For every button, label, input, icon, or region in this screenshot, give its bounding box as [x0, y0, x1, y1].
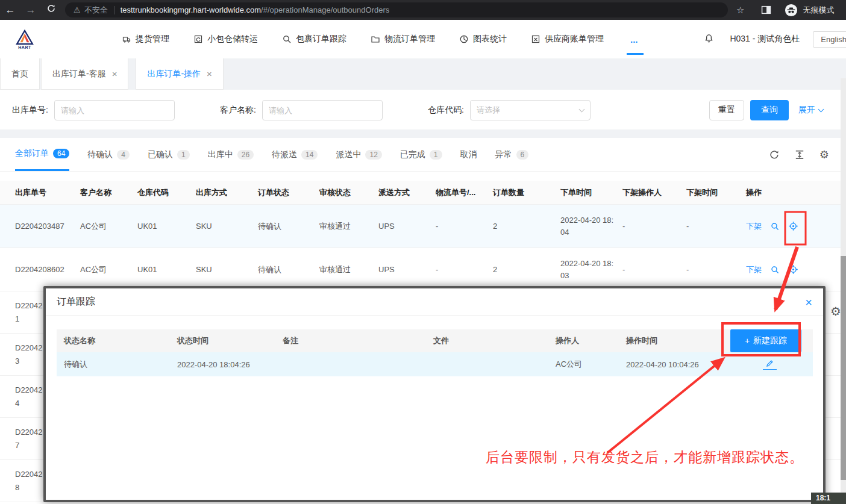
order-tracking-modal: 订单跟踪 × 状态名称 状态时间 备注 文件 操作人 操作时间 + 新建跟踪 待…	[43, 286, 826, 502]
status-tab-outbound[interactable]: 出库中26	[208, 138, 254, 171]
track-target-icon[interactable]	[788, 264, 798, 275]
customer-name-input[interactable]	[262, 100, 383, 120]
nav-item-parcel-order-tracking[interactable]: 包裹订单跟踪	[282, 34, 346, 45]
status-tab-pending-confirm[interactable]: 待确认4	[87, 138, 130, 171]
customer-name-label: 客户名称:	[208, 105, 256, 116]
status-tab-dispatching[interactable]: 派送中12	[336, 138, 381, 171]
expand-label: 展开	[798, 105, 815, 116]
table-row: D2204208602AC公司UK01SKU待确认审核通过UPS-22022-0…	[0, 248, 846, 291]
tab-label: 出库订单-客服	[52, 69, 106, 79]
bookmark-star-icon[interactable]: ☆	[736, 5, 744, 16]
status-tab-pending-dispatch[interactable]: 待派送14	[272, 138, 318, 171]
floating-settings-gear-icon[interactable]: ⚙	[830, 304, 841, 319]
offshelf-link[interactable]: 下架	[746, 264, 762, 276]
hart-logo-icon	[14, 30, 35, 45]
language-button[interactable]: English	[813, 31, 846, 48]
reset-button[interactable]: 重置	[709, 100, 744, 120]
nav-item-parcel-warehouse-transfer[interactable]: 小包仓储转运	[193, 34, 258, 45]
url-domain: testtrunkbookingmgr.hart-worldwide.com	[121, 5, 261, 14]
modal-title: 订单跟踪	[57, 296, 95, 308]
warehouse-code-select[interactable]: 请选择	[470, 100, 591, 120]
settings-gear-icon[interactable]: ⚙	[819, 149, 829, 160]
page: ← → ⚠ 不安全 testtrunkbookingmgr.hart-world…	[0, 0, 846, 504]
browser-back-icon[interactable]: ←	[0, 4, 20, 16]
pencil-icon	[765, 359, 774, 368]
address-separator	[114, 6, 114, 14]
expand-link[interactable]: 展开	[798, 100, 823, 120]
close-icon[interactable]: ×	[112, 69, 118, 79]
modal-close-icon[interactable]: ×	[805, 296, 812, 308]
pie-chart-icon	[459, 34, 469, 44]
address-bar[interactable]: ⚠ 不安全 testtrunkbookingmgr.hart-worldwide…	[65, 2, 728, 17]
tab-outbound-orders-cs[interactable]: 出库订单-客服 ×	[41, 58, 128, 90]
incognito-label: 无痕模式	[803, 5, 834, 16]
bill-icon	[531, 34, 540, 44]
table-row: D2204203487AC公司UK01SKU待确认审核通过UPS-22022-0…	[0, 205, 846, 248]
clock-overlay: 18:1	[811, 493, 846, 504]
page-tab-strip: 首页 出库订单-客服 × 出库订单-操作 ×	[0, 58, 846, 90]
tab-label: 出库订单-操作	[147, 69, 201, 79]
tab-label: 首页	[11, 69, 28, 79]
nav-label: 物流订单管理	[384, 34, 435, 45]
count-badge: 12	[365, 150, 381, 160]
count-badge: 14	[301, 150, 318, 160]
status-tab-completed[interactable]: 已完成1	[400, 138, 442, 171]
close-icon[interactable]: ×	[207, 69, 212, 79]
select-placeholder: 请选择	[477, 105, 500, 116]
modal-header: 订单跟踪 ×	[46, 288, 823, 316]
hart-logo[interactable]: HART	[11, 30, 39, 49]
browser-reload-icon[interactable]	[41, 4, 61, 16]
not-secure-label: 不安全	[84, 5, 108, 16]
status-tab-confirmed[interactable]: 已确认1	[148, 138, 190, 171]
tracking-table: 状态名称 状态时间 备注 文件 操作人 操作时间 + 新建跟踪 待确认 2022…	[57, 329, 813, 376]
count-badge: 6	[516, 150, 529, 160]
main-nav: 提货管理 小包仓储转运 包裹订单跟踪 物流订单管理 图表统计 供应商账单管理	[122, 34, 641, 45]
view-search-icon[interactable]	[770, 265, 780, 275]
tab-outbound-orders-op[interactable]: 出库订单-操作 ×	[136, 58, 223, 90]
offshelf-link[interactable]: 下架	[746, 220, 762, 232]
warehouse-code-label: 仓库代码:	[416, 105, 464, 116]
table-header: 出库单号客户名称仓库代码出库方式订单状态审核状态派送方式物流单号/...订单数量…	[0, 181, 846, 205]
status-tab-cancelled[interactable]: 取消	[460, 138, 477, 171]
nav-item-supplier-bill-manage[interactable]: 供应商账单管理	[531, 34, 604, 45]
status-tabs: 全部订单64 待确认4 已确认1 出库中26 待派送14 派送中12 已完成1 …	[0, 138, 846, 172]
notification-bell-icon[interactable]	[704, 33, 714, 46]
tracking-row: 待确认 2022-04-20 18:04:26 AC公司 2022-04-20 …	[57, 352, 813, 376]
nav-more-menu[interactable]: ...	[628, 34, 641, 45]
nav-label: 提货管理	[136, 34, 169, 45]
new-tracking-button[interactable]: + 新建跟踪	[730, 329, 801, 352]
chevron-down-icon	[579, 107, 585, 113]
folder-icon	[371, 34, 380, 44]
row-height-icon[interactable]	[794, 149, 805, 160]
nav-label: 供应商账单管理	[545, 34, 604, 45]
browser-forward-icon[interactable]: →	[20, 4, 41, 16]
side-panel-icon[interactable]	[761, 5, 771, 15]
count-badge: 64	[53, 149, 69, 158]
incognito-profile[interactable]: 无痕模式	[785, 4, 834, 17]
table-tools: ⚙	[769, 138, 829, 172]
status-tab-abnormal[interactable]: 异常6	[495, 138, 529, 171]
count-badge: 1	[430, 150, 442, 160]
status-tab-all[interactable]: 全部订单64	[15, 138, 69, 171]
outbound-no-label: 出库单号:	[0, 105, 48, 116]
url-path: /#/operationManage/outboundOrders	[261, 5, 389, 14]
edit-tracking-link[interactable]	[763, 359, 777, 370]
nav-label: 小包仓储转运	[207, 34, 258, 45]
tracking-table-header: 状态名称 状态时间 备注 文件 操作人 操作时间 + 新建跟踪	[57, 329, 813, 352]
scrollbar-thumb[interactable]	[841, 256, 846, 480]
nav-item-pickup-manage[interactable]: 提货管理	[122, 34, 169, 45]
browser-toolbar: ← → ⚠ 不安全 testtrunkbookingmgr.hart-world…	[0, 0, 846, 20]
nav-item-logistics-order-manage[interactable]: 物流订单管理	[371, 34, 435, 45]
tab-home[interactable]: 首页	[0, 58, 40, 90]
track-target-icon[interactable]	[788, 221, 798, 231]
user-account[interactable]: H031 - 测试角色杜	[730, 34, 800, 45]
search-icon	[282, 34, 292, 44]
outbound-no-input[interactable]	[54, 100, 175, 120]
refresh-icon[interactable]	[769, 149, 780, 160]
not-secure-warning-icon: ⚠	[74, 5, 81, 14]
count-badge: 26	[237, 150, 254, 160]
view-search-icon[interactable]	[770, 222, 780, 231]
nav-item-chart-statistics[interactable]: 图表统计	[459, 34, 507, 45]
query-button[interactable]: 查询	[750, 100, 789, 120]
plus-icon: +	[745, 336, 750, 346]
